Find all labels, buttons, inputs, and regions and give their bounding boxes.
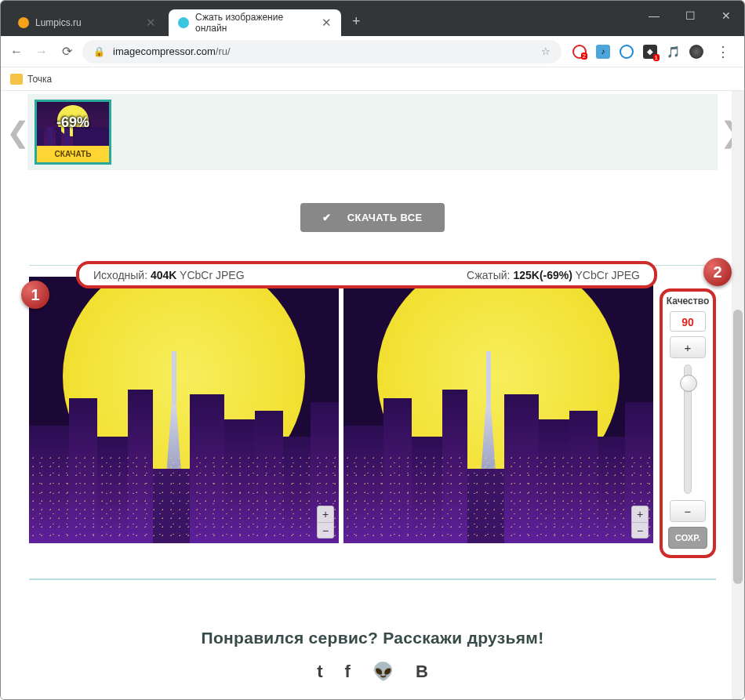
page-content: ❮ ❯ -69% СКАЧАТЬ ✔ СКАЧАТЬ ВСЕ 1 2 [1,91,744,699]
feedback-heading: Понравился сервис? Расскажи друзьям! [1,629,744,647]
close-tab-icon[interactable]: ✕ [315,16,332,30]
browser-tab-bar: Lumpics.ru ✕ Сжать изображение онлайн ✕ … [1,1,744,36]
strip-prev-button[interactable]: ❮ [6,116,25,149]
nav-reload-button[interactable]: ⟳ [57,44,76,59]
zoom-in-button[interactable]: + [632,506,648,522]
new-tab-button[interactable]: + [344,9,369,36]
extensions-area: 2 ♪ ◆ 1 🎵 ⋮ [568,43,738,60]
quality-slider-thumb[interactable] [680,375,697,392]
zoom-controls-compressed: + − [631,506,649,539]
bookmarks-bar: Точка [1,67,744,91]
reddit-icon[interactable]: 👽 [372,662,394,682]
extension-icon[interactable]: ◆ 1 [643,45,657,59]
quality-panel: Качество 90 + − СОХР. [660,288,716,558]
original-size: 404K [151,269,176,281]
tab-title: Сжать изображение онлайн [195,12,315,34]
window-close-button[interactable]: ✕ [708,1,744,31]
extension-icon[interactable]: ♪ [596,45,610,59]
zoom-in-button[interactable]: + [318,506,333,522]
url-host: imagecompressor.com [113,45,216,57]
compare-section: 1 2 Исходный: 404K YCbCr JPEG Сжатый: 12… [29,277,716,558]
quality-slider[interactable] [684,365,692,494]
vk-icon[interactable]: B [416,662,428,682]
zoom-out-button[interactable]: − [318,522,333,538]
bookmark-star-icon[interactable]: ☆ [541,45,551,57]
window-maximize-button[interactable]: ☐ [672,1,708,31]
close-tab-icon[interactable]: ✕ [140,16,156,30]
download-all-button[interactable]: ✔ СКАЧАТЬ ВСЕ [300,203,444,232]
scrollbar-thumb[interactable] [733,310,743,583]
extension-badge: 2 [581,53,587,60]
zoom-controls-original: + − [317,506,334,539]
callout-badge-1: 1 [21,281,49,309]
compressed-image-preview[interactable]: + − [343,277,653,543]
compressed-size: 125K(-69%) [513,269,572,281]
social-share-row: t f 👽 B [1,662,744,682]
thumbnail-preview: -69% [37,102,109,146]
tab-active-compressor[interactable]: Сжать изображение онлайн ✕ [169,9,341,36]
divider [29,578,716,580]
tumblr-icon[interactable]: t [317,662,322,682]
compression-info-bar: Исходный: 404K YCbCr JPEG Сжатый: 125K(-… [76,261,657,288]
thumbnail-strip: ❮ ❯ -69% СКАЧАТЬ [27,94,718,170]
image-thumbnail-card[interactable]: -69% СКАЧАТЬ [35,100,111,165]
extension-icon[interactable]: 2 [572,45,587,59]
check-icon: ✔ [322,212,331,223]
quality-value-input[interactable]: 90 [670,311,706,332]
browser-menu-button[interactable]: ⋮ [713,43,733,60]
lock-icon: 🔒 [93,46,105,57]
media-icon[interactable]: 🎵 [667,45,680,58]
thumbnail-download-button[interactable]: СКАЧАТЬ [37,146,109,162]
url-path: /ru/ [216,45,231,57]
window-minimize-button[interactable]: — [636,1,672,31]
favicon-lumpics [18,17,29,28]
compression-percent-badge: -69% [56,114,89,131]
favicon-compressor [178,17,189,28]
scrollbar[interactable] [732,91,744,699]
quality-decrease-button[interactable]: − [670,500,706,522]
zoom-out-button[interactable]: − [632,522,648,538]
extension-icon[interactable] [620,45,634,59]
folder-icon [10,74,23,85]
extension-badge: 1 [653,54,660,61]
compressed-format: YCbCr JPEG [576,269,640,281]
tab-inactive-lumpics[interactable]: Lumpics.ru ✕ [9,9,165,36]
address-bar[interactable]: 🔒 imagecompressor.com/ru/ ☆ [82,40,561,63]
profile-avatar[interactable] [689,45,703,59]
nav-forward-button[interactable]: → [32,45,51,59]
original-label: Исходный: [93,269,147,281]
quality-save-button[interactable]: СОХР. [668,527,707,549]
original-format: YCbCr JPEG [180,269,244,281]
facebook-icon[interactable]: f [345,662,351,682]
original-image-preview[interactable]: + − [29,277,339,543]
download-all-label: СКАЧАТЬ ВСЕ [347,212,423,223]
quality-increase-button[interactable]: + [670,336,706,358]
compressed-label: Сжатый: [467,269,510,281]
tab-title: Lumpics.ru [35,17,82,28]
bookmark-folder[interactable]: Точка [27,74,52,85]
callout-badge-2: 2 [703,258,732,286]
nav-back-button[interactable]: ← [7,45,26,59]
browser-toolbar: ← → ⟳ 🔒 imagecompressor.com/ru/ ☆ 2 ♪ ◆ … [1,36,744,67]
quality-label: Качество [667,296,709,306]
